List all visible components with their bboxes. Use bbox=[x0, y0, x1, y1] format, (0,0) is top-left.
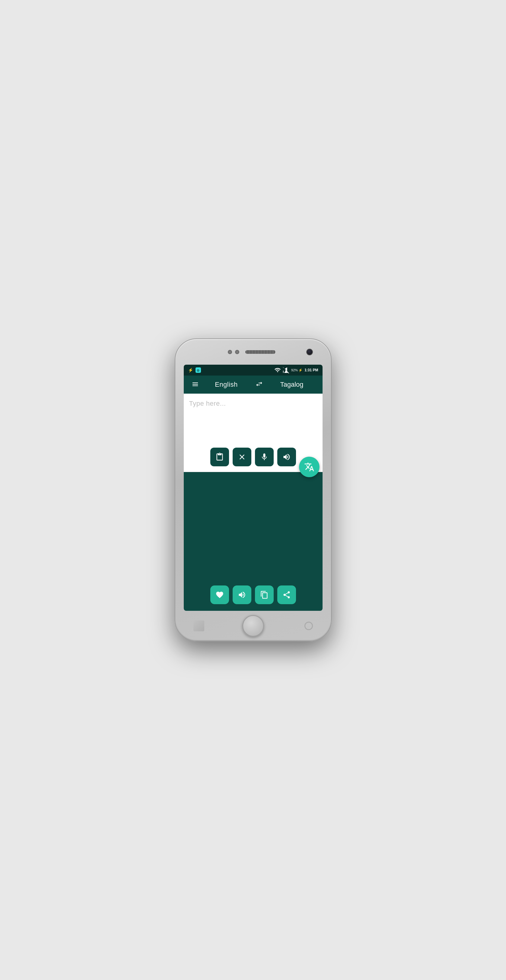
battery-indicator: 92% ⚡ bbox=[291, 368, 302, 372]
close-icon bbox=[238, 453, 246, 461]
mic-button[interactable] bbox=[255, 448, 274, 466]
input-text-area[interactable]: Type here... bbox=[184, 394, 323, 444]
copy-icon bbox=[260, 590, 269, 599]
front-camera-dot bbox=[228, 350, 232, 354]
front-camera bbox=[306, 349, 313, 355]
swap-languages-button[interactable] bbox=[251, 378, 267, 392]
source-language-selector[interactable]: English bbox=[201, 381, 251, 388]
output-actions-bar bbox=[184, 581, 323, 611]
home-button[interactable] bbox=[242, 615, 264, 637]
output-text-area bbox=[184, 472, 323, 581]
back-button[interactable] bbox=[193, 620, 204, 631]
heart-icon bbox=[215, 590, 224, 599]
status-left-icons: ⚡ ◎ bbox=[188, 368, 201, 373]
input-actions-bar bbox=[184, 444, 323, 472]
app-notification-icon: ◎ bbox=[196, 368, 201, 373]
mic-icon bbox=[260, 453, 269, 461]
recent-apps-button[interactable] bbox=[304, 622, 313, 630]
menu-button[interactable] bbox=[189, 378, 201, 391]
phone-hardware-bottom bbox=[175, 611, 331, 641]
app-toolbar: English Tagalog bbox=[184, 375, 323, 394]
hamburger-icon bbox=[192, 381, 199, 388]
copy-button[interactable] bbox=[255, 585, 274, 604]
charging-icon: ⚡ bbox=[298, 368, 302, 372]
status-bar: ⚡ ◎ 92% ⚡ 1:31 PM bbox=[184, 365, 323, 375]
input-section: Type here... bbox=[184, 394, 323, 472]
phone-frame: ⚡ ◎ 92% ⚡ 1:31 PM bbox=[175, 339, 332, 641]
sensor-dot bbox=[235, 350, 239, 354]
share-button[interactable] bbox=[277, 585, 296, 604]
wifi-icon bbox=[274, 367, 281, 374]
favorite-button[interactable] bbox=[210, 585, 229, 604]
output-section bbox=[184, 472, 323, 611]
input-placeholder: Type here... bbox=[189, 400, 226, 407]
paste-button[interactable] bbox=[210, 448, 229, 466]
translate-fab-button[interactable] bbox=[299, 457, 320, 477]
target-language-selector[interactable]: Tagalog bbox=[267, 381, 317, 388]
status-time: 1:31 PM bbox=[304, 368, 318, 372]
volume-icon bbox=[282, 453, 291, 461]
signal-icon bbox=[283, 367, 290, 374]
battery-percent: 92% bbox=[291, 368, 298, 372]
speak-input-button[interactable] bbox=[277, 448, 296, 466]
speaker-grille bbox=[245, 350, 275, 354]
status-right-info: 92% ⚡ 1:31 PM bbox=[274, 367, 318, 374]
volume-output-icon bbox=[238, 590, 246, 599]
phone-hardware-top bbox=[175, 339, 331, 365]
swap-icon bbox=[255, 380, 263, 388]
usb-icon: ⚡ bbox=[188, 368, 193, 372]
phone-screen: ⚡ ◎ 92% ⚡ 1:31 PM bbox=[184, 365, 323, 611]
speak-output-button[interactable] bbox=[232, 585, 251, 604]
share-icon bbox=[282, 590, 291, 599]
clear-button[interactable] bbox=[232, 448, 251, 466]
clipboard-icon bbox=[215, 453, 224, 461]
google-translate-icon bbox=[304, 462, 314, 472]
gt-icon bbox=[304, 462, 314, 472]
